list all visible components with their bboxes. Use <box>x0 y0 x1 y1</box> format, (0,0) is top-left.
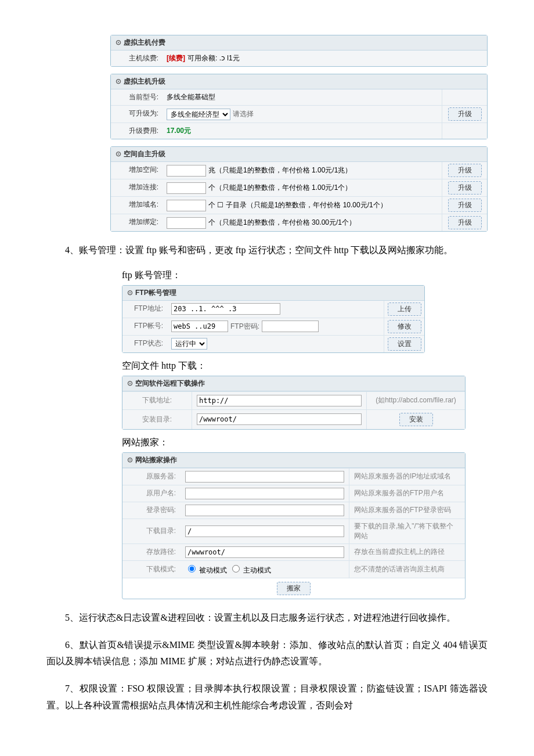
label-upgrade-to: 可升级为: <box>111 105 163 123</box>
mode-hint: 您不清楚的话请咨询原主机商 <box>349 560 465 578</box>
space-amount-input[interactable] <box>167 165 206 177</box>
label-upgrade-fee: 升级费用: <box>111 123 163 139</box>
panel-host-upgrade: ⊙虚拟主机升级 当前型号: 多线全能基础型 可升级为: 多线全能经济型 请选择 … <box>110 74 488 139</box>
upload-button[interactable]: 上传 <box>388 303 421 316</box>
space-suffix: 个（只能是1的整数倍，年付价格 1.00元/1个） <box>208 183 352 193</box>
upgrade-hint: 请选择 <box>233 109 254 119</box>
panel-header: ⊙网站搬家操作 <box>122 453 465 468</box>
panel-host-pay: ⊙虚拟主机付费 主机续费: [续费] 可用余额: .ɔ l1元 <box>110 35 488 67</box>
space-suffix: 个 ☐ 子目录（只能是1的整数倍，年付价格 10.00元/1个） <box>208 200 387 210</box>
move-input[interactable] <box>185 471 344 483</box>
modify-button[interactable]: 修改 <box>388 320 421 333</box>
label-ftp-addr: FTP地址: <box>122 301 168 318</box>
label-current-model: 当前型号: <box>111 89 163 105</box>
ftp-addr-input[interactable] <box>171 303 280 315</box>
panel-title: 空间自主升级 <box>124 150 165 158</box>
label-space-row: 增加空间: <box>111 162 163 179</box>
space-amount-input[interactable] <box>167 200 206 211</box>
upgrade-button[interactable]: 升级 <box>448 107 482 121</box>
upgrade-button[interactable]: 升级 <box>448 199 482 212</box>
panel-header: ⊙空间软件远程下载操作 <box>122 376 465 391</box>
download-url-input[interactable] <box>197 395 362 406</box>
move-input[interactable] <box>185 525 344 537</box>
move-hint: 网站原来服务器的IP地址或域名 <box>349 468 465 485</box>
move-hint: 网站原来服务器的FTP用户名 <box>349 485 465 502</box>
move-hint: 要下载的目录,输入"/"将下载整个网站 <box>349 519 465 543</box>
ftp-acct-input[interactable] <box>171 321 228 332</box>
current-model-value: 多线全能基础型 <box>163 89 442 105</box>
download-caption: 空间文件 http 下载： <box>122 360 488 372</box>
label-install-dir: 安装目录: <box>122 409 192 429</box>
set-button[interactable]: 设置 <box>388 337 421 351</box>
move-label: 原服务器: <box>122 468 181 485</box>
move-label: 登录密码: <box>122 502 181 519</box>
label-ftp-acct: FTP帐号: <box>122 318 168 335</box>
label-download-url: 下载地址: <box>122 391 192 409</box>
paragraph-7: 7、权限设置：FSO 权限设置；目录脚本执行权限设置；目录权限设置；防盗链设置；… <box>46 681 488 714</box>
move-input[interactable] <box>185 546 344 558</box>
panel-download: ⊙空间软件远程下载操作 下载地址: (如http://abcd.com/file… <box>122 376 466 430</box>
move-label: 原用户名: <box>122 485 181 502</box>
move-input[interactable] <box>185 488 344 499</box>
label-space-row: 增加绑定: <box>111 214 163 231</box>
panel-title: 虚拟主机升级 <box>124 77 165 85</box>
panel-title: FTP帐号管理 <box>135 289 176 297</box>
upgrade-button[interactable]: 升级 <box>448 181 482 195</box>
panel-move: ⊙网站搬家操作 原服务器:网站原来服务器的IP地址或域名原用户名:网站原来服务器… <box>122 452 466 599</box>
ftp-pwd-input[interactable] <box>262 321 319 332</box>
panel-header: ⊙虚拟主机付费 <box>111 35 487 51</box>
move-hint: 存放在当前虚拟主机上的路径 <box>349 543 465 560</box>
renew-link[interactable]: [续费] <box>167 53 185 63</box>
label-renew: 主机续费: <box>111 51 163 66</box>
upgrade-fee-value: 17.00元 <box>167 126 191 136</box>
space-suffix: 个（只能是1的整数倍，年付价格 30.00元/1个） <box>208 218 356 228</box>
paragraph-6: 6、默认首页&错误提示&MIME 类型设置&脚本映射：添加、修改站点的默认首页；… <box>46 637 488 671</box>
space-amount-input[interactable] <box>167 182 206 194</box>
install-dir-input[interactable] <box>197 413 362 425</box>
space-suffix: 兆（只能是1的整数倍，年付价格 1.00元/1兆） <box>208 165 352 175</box>
panel-ftp: ⊙FTP帐号管理 FTP地址: 上传 FTP帐号: FTP密码: 修改 FTP状… <box>122 285 425 353</box>
panel-title: 网站搬家操作 <box>135 456 177 464</box>
panel-space-upgrade: ⊙空间自主升级 增加空间:兆（只能是1的整数倍，年付价格 1.00元/1兆）升级… <box>110 146 488 232</box>
install-button[interactable]: 安装 <box>399 413 433 426</box>
ftp-state-select[interactable]: 运行中 <box>171 338 207 350</box>
space-amount-input[interactable] <box>167 217 206 229</box>
move-label: 下载目录: <box>122 519 181 543</box>
upgrade-target-select[interactable]: 多线全能经济型 <box>167 109 230 120</box>
label-ftp-pwd: FTP密码: <box>230 322 259 332</box>
mode-active-radio[interactable]: 主动模式 <box>229 563 271 575</box>
move-caption: 网站搬家： <box>122 437 488 449</box>
upgrade-button[interactable]: 升级 <box>448 164 482 177</box>
move-button[interactable]: 搬家 <box>277 582 311 595</box>
panel-title: 虚拟主机付费 <box>124 38 165 46</box>
label-space-row: 增加域名: <box>111 196 163 214</box>
label-download-mode: 下载模式: <box>122 560 181 578</box>
upgrade-button[interactable]: 升级 <box>448 216 482 229</box>
balance-text: 可用余额: .ɔ l1元 <box>187 53 240 63</box>
paragraph-5: 5、运行状态&日志设置&进程回收：设置主机以及日志服务运行状态，对进程池进行回收… <box>46 610 488 627</box>
download-url-hint: (如http://abcd.com/file.rar) <box>366 391 465 409</box>
mode-passive-radio[interactable]: 被动模式 <box>185 563 227 575</box>
paragraph-4: 4、账号管理：设置 ftp 账号和密码，更改 ftp 运行状态；空间文件 htt… <box>46 242 488 259</box>
panel-header: ⊙空间自主升级 <box>111 147 487 162</box>
move-hint: 网站原来服务器的FTP登录密码 <box>349 502 465 519</box>
move-label: 存放路径: <box>122 543 181 560</box>
ftp-caption: ftp 账号管理： <box>122 269 488 282</box>
panel-header: ⊙虚拟主机升级 <box>111 74 487 89</box>
move-input[interactable] <box>185 505 344 516</box>
label-space-row: 增加连接: <box>111 179 163 196</box>
panel-title: 空间软件远程下载操作 <box>135 379 205 387</box>
panel-header: ⊙FTP帐号管理 <box>122 286 424 301</box>
label-ftp-state: FTP状态: <box>122 335 168 352</box>
